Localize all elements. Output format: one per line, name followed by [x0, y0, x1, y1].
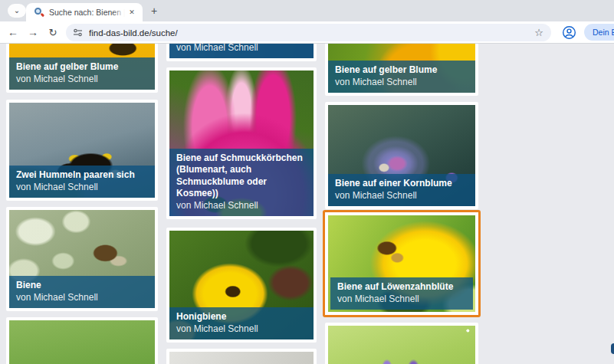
image-result-card[interactable]: von Michael Schnell: [166, 44, 317, 61]
browser-tab-strip: ⌄ Suche nach: Bienen | Find das B ✕ +: [0, 0, 614, 21]
image-result-card[interactable]: [6, 317, 158, 364]
browser-tab-active[interactable]: Suche nach: Bienen | Find das B ✕: [26, 3, 143, 21]
image-author: von Michael Schnell: [176, 200, 307, 212]
profile-avatar-icon[interactable]: [562, 25, 576, 40]
browser-toolbar: ← → ↻ find-das-bild.de/suche/ ☆ Dein Ein…: [0, 21, 614, 44]
site-settings-icon[interactable]: [73, 28, 83, 38]
image-author: von Michael Schnell: [335, 77, 468, 88]
image-author: von Michael Schnell: [176, 323, 307, 335]
tab-title: Suche nach: Bienen | Find das B: [49, 7, 125, 18]
image-caption: Biene auf Schmuckkörbchen (Blumenart, au…: [169, 149, 314, 216]
image-author: von Michael Schnell: [16, 74, 148, 85]
back-button[interactable]: ←: [5, 25, 21, 41]
image-result-card[interactable]: [325, 323, 478, 364]
image-title: Biene auf einer Kornblume: [335, 178, 468, 190]
image-result-card[interactable]: Zwei Hummeln paaren sich von Michael Sch…: [6, 100, 158, 201]
image-result-card-selected[interactable]: Biene auf Löwenzahnblüte von Michael Sch…: [323, 210, 481, 317]
tab-search-button[interactable]: ⌄: [8, 4, 26, 18]
image-author: von Michael Schnell: [335, 190, 468, 202]
image-result-card[interactable]: Biene auf einer Kornblume von Michael Sc…: [325, 102, 478, 209]
image-title: Biene auf gelber Blume: [335, 64, 468, 77]
image-title: Biene auf gelber Blume: [16, 61, 148, 74]
new-tab-button[interactable]: +: [147, 5, 161, 18]
image-result-card[interactable]: Biene auf gelber Blume von Michael Schne…: [325, 44, 478, 96]
image-title: Biene auf Schmuckkörbchen (Blumenart, au…: [176, 152, 307, 200]
url-text[interactable]: find-das-bild.de/suche/: [89, 28, 533, 38]
photo-lavender-blossoms-partial: [328, 326, 475, 364]
image-title: Zwei Hummeln paaren sich: [16, 169, 148, 182]
image-result-card[interactable]: Biene auf gelber Blume von Michael Schne…: [6, 44, 158, 93]
tab-close-button[interactable]: ✕: [126, 7, 137, 18]
image-result-card[interactable]: Biene auf Schmuckkörbchen (Blumenart, au…: [166, 67, 317, 219]
image-caption: Biene auf Löwenzahnblüte von Michael Sch…: [330, 277, 473, 310]
reload-button[interactable]: ↻: [45, 25, 61, 41]
image-caption: Zwei Hummeln paaren sich von Michael Sch…: [9, 166, 155, 198]
image-title: Biene: [16, 280, 148, 292]
forward-button[interactable]: →: [25, 25, 41, 41]
image-title: Biene auf Löwenzahnblüte: [337, 281, 466, 293]
search-results-grid: Biene auf gelber Blume von Michael Schne…: [0, 44, 614, 364]
photo-cornflowers-on-green: [9, 320, 155, 364]
image-caption: von Michael Schnell: [169, 44, 314, 58]
magnifier-favicon-icon: [34, 7, 44, 18]
image-title: Honigbiene: [176, 311, 307, 323]
image-result-card[interactable]: [166, 349, 317, 364]
photo-light-grey-image-partial: [169, 352, 314, 364]
image-caption: Biene auf einer Kornblume von Michael Sc…: [328, 174, 475, 206]
floating-edge-button[interactable]: [611, 343, 614, 354]
image-caption: Biene von Michael Schnell: [9, 276, 155, 308]
profile-name-chip[interactable]: Dein Eing: [584, 24, 614, 41]
image-caption: Biene auf gelber Blume von Michael Schne…: [9, 57, 155, 90]
image-result-card[interactable]: Biene von Michael Schnell: [6, 207, 158, 311]
image-author: von Michael Schnell: [337, 293, 466, 305]
image-result-card[interactable]: Honigbiene von Michael Schnell: [166, 228, 317, 343]
bookmark-star-icon[interactable]: ☆: [533, 25, 545, 41]
address-bar[interactable]: find-das-bild.de/suche/ ☆: [66, 24, 551, 41]
image-caption: Biene auf gelber Blume von Michael Schne…: [328, 61, 475, 93]
chevron-down-icon: ⌄: [14, 7, 20, 15]
image-caption: Honigbiene von Michael Schnell: [169, 307, 314, 339]
image-author: von Michael Schnell: [176, 44, 307, 54]
image-author: von Michael Schnell: [16, 292, 148, 303]
image-author: von Michael Schnell: [16, 182, 148, 193]
